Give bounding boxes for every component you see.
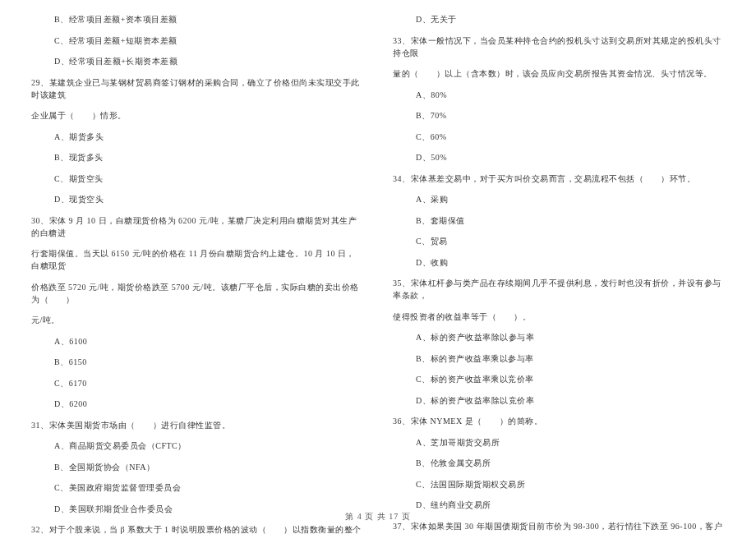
option-item: D、标的资产收益率除以竞价率 <box>393 394 725 407</box>
option-item: A、商品期货交易委员会（CFTC） <box>31 440 363 452</box>
question-36: 36、宋体 NYMEX 是（ ）的简称。 <box>393 415 725 427</box>
question-30-cont: 行套期保值。当天以 6150 元/吨的价格在 11 月份白糖期货合约上建仓。10… <box>31 247 363 272</box>
question-32: 32、对于个股来说，当 β 系数大于 1 时说明股票价格的波动（ ）以指数衡量的… <box>31 523 363 534</box>
option-item: D、纽约商业交易所 <box>393 499 725 511</box>
option-item: C、贸易 <box>393 235 725 247</box>
option-item: D、50% <box>393 151 725 163</box>
option-item: D、6200 <box>31 398 363 410</box>
option-item: A、80% <box>393 89 725 101</box>
option-item: A、芝加哥期货交易所 <box>393 436 725 449</box>
page-footer: 第 4 页 共 17 页 <box>0 511 756 522</box>
option-item: D、经常项目差额+长期资本差额 <box>31 55 363 67</box>
option-item: C、美国政府期货监督管理委员会 <box>31 481 363 494</box>
option-item: B、70% <box>393 109 725 122</box>
option-item: A、6100 <box>31 335 363 348</box>
option-item: D、收购 <box>393 256 725 269</box>
question-33-cont: 量的（ ）以上（含本数）时，该会员应向交易所报告其资金情况、头寸情况等。 <box>393 67 725 80</box>
option-item: C、标的资产收益率乘以竞价率 <box>393 373 725 385</box>
option-item: C、6170 <box>31 377 363 389</box>
option-item: A、期货多头 <box>31 131 363 143</box>
option-item: C、法国国际期货期权交易所 <box>393 478 725 490</box>
option-item: B、经常项目差额+资本项目差额 <box>31 13 363 25</box>
option-item: A、标的资产收益率除以参与率 <box>393 331 725 343</box>
question-31: 31、宋体美国期货市场由（ ）进行自律性监管。 <box>31 419 363 431</box>
question-33: 33、宋体一般情况下，当会员某种持仓合约的投机头寸达到交易所对其规定的投机头寸持… <box>393 35 725 59</box>
option-item: D、现货空头 <box>31 193 363 205</box>
question-35: 35、宋体杠杆参与类产品在存续期间几乎不提供利息，发行时也没有折价，并设有参与率… <box>393 277 725 302</box>
option-item: C、经常项目差额+短期资本差额 <box>31 35 363 47</box>
option-item: B、6150 <box>31 356 363 368</box>
question-30: 30、宋体 9 月 10 日，白糖现货价格为 6200 元/吨，某糖厂决定利用白… <box>31 214 363 239</box>
question-35-cont: 使得投资者的收益率等于（ ）。 <box>393 311 725 323</box>
question-29-cont: 企业属于（ ）情形。 <box>31 109 363 122</box>
question-29: 29、某建筑企业已与某钢材贸易商签订钢材的采购合同，确立了价格但尚未实现交手此时… <box>31 76 363 101</box>
question-30-cont: 元/吨。 <box>31 314 363 326</box>
right-column: D、无关于 33、宋体一般情况下，当会员某种持仓合约的投机头寸达到交易所对其规定… <box>378 13 740 501</box>
option-item: B、全国期货协会（NFA） <box>31 461 363 473</box>
option-item: D、无关于 <box>393 13 725 25</box>
option-item: C、60% <box>393 131 725 143</box>
question-34: 34、宋体基差交易中，对于买方叫价交易而言，交易流程不包括（ ）环节。 <box>393 173 725 185</box>
option-item: C、期货空头 <box>31 173 363 185</box>
option-item: B、现货多头 <box>31 151 363 163</box>
option-item: B、标的资产收益率乘以参与率 <box>393 352 725 365</box>
option-item: B、伦敦金属交易所 <box>393 457 725 469</box>
option-item: A、采购 <box>393 193 725 205</box>
page-content: B、经常项目差额+资本项目差额 C、经常项目差额+短期资本差额 D、经常项目差额… <box>0 0 756 501</box>
left-column: B、经常项目差额+资本项目差额 C、经常项目差额+短期资本差额 D、经常项目差额… <box>16 13 378 501</box>
question-30-cont: 价格跌至 5720 元/吨，期货价格跌至 5700 元/吨。该糖厂平仓后，实际白… <box>31 281 363 306</box>
option-item: B、套期保值 <box>393 214 725 227</box>
